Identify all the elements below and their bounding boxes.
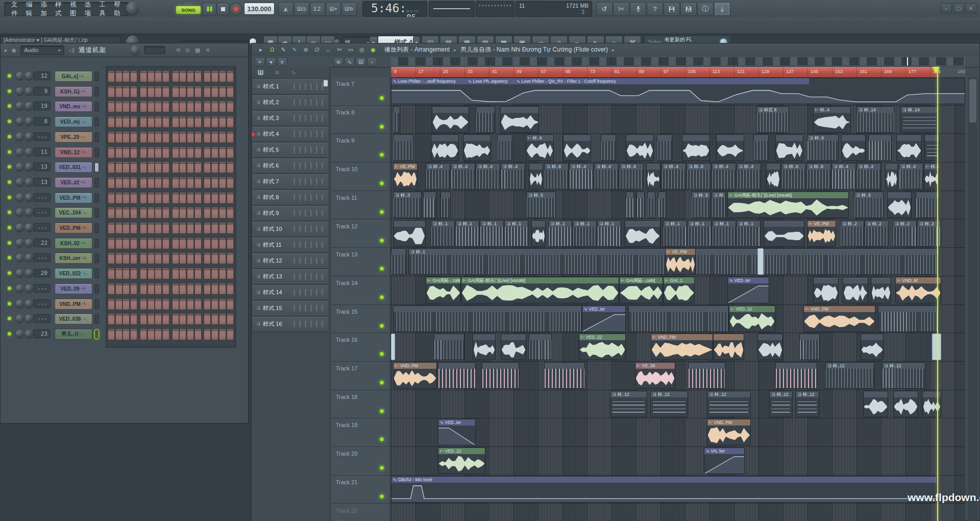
- channel-pan-knob[interactable]: [16, 254, 23, 262]
- channel-selector[interactable]: [94, 284, 99, 294]
- step-cell[interactable]: [194, 328, 202, 340]
- channel-selector[interactable]: [94, 193, 99, 203]
- step-cell[interactable]: [172, 283, 179, 295]
- step-cell[interactable]: [172, 161, 179, 173]
- track-lane[interactable]: [391, 504, 965, 521]
- channel-selector[interactable]: [94, 132, 99, 142]
- track-name[interactable]: Track 11: [336, 195, 357, 201]
- restore-button[interactable]: ▢: [953, 3, 964, 13]
- step-cell[interactable]: [140, 207, 147, 219]
- track-record-led[interactable]: [379, 465, 384, 470]
- clip[interactable]: [813, 277, 839, 303]
- track-lane[interactable]: ∿ VED..ier⊢ VND..PM: [391, 418, 965, 447]
- step-cell[interactable]: [108, 268, 115, 279]
- clip[interactable]: ⊢ VND..PM: [803, 305, 875, 332]
- track-lane[interactable]: ⊢ VND..PM⊢ VE..38ヨ 样..12ヨ 样..12: [391, 362, 965, 390]
- clip[interactable]: ヨ 样..6: [807, 134, 839, 161]
- metronome-icon[interactable]: ◭: [278, 2, 293, 16]
- clip[interactable]: ヨ 样..6: [619, 163, 644, 190]
- clip[interactable]: ヨ 样..1: [455, 220, 479, 247]
- clip[interactable]: [563, 134, 591, 161]
- step-cell[interactable]: [172, 207, 179, 219]
- step-cell[interactable]: [187, 328, 194, 340]
- step-cell[interactable]: [227, 252, 234, 264]
- track-header[interactable]: Track 18⋯: [331, 390, 390, 419]
- channel-pan-knob[interactable]: [16, 148, 23, 156]
- tab-patterns[interactable]: Ш: [258, 69, 263, 76]
- clip[interactable]: ∿ VED..ier: [727, 277, 769, 303]
- step-cell[interactable]: [140, 298, 147, 310]
- track-name[interactable]: Track 17: [336, 365, 357, 371]
- cut-icon[interactable]: ✄: [613, 2, 629, 16]
- channel-mute-led[interactable]: [8, 165, 11, 169]
- clip[interactable]: ⊢ VED..22: [438, 447, 485, 474]
- clip[interactable]: [922, 391, 941, 417]
- step-cell[interactable]: [187, 177, 194, 188]
- step-cell[interactable]: [108, 298, 115, 310]
- clip[interactable]: [393, 134, 413, 161]
- track-record-led[interactable]: [379, 266, 384, 271]
- channel-name-button[interactable]: VND..12: [55, 147, 92, 158]
- track-lane[interactable]: ヨ 样式 8⊢ 样..4ヨ 样..14ヨ 样..14: [391, 106, 965, 134]
- step-cell[interactable]: [172, 101, 179, 112]
- magnet-icon[interactable]: Ω: [267, 45, 277, 54]
- clip[interactable]: ⊢ VND..PM: [393, 362, 437, 389]
- track-record-led[interactable]: [379, 124, 384, 129]
- step-cell[interactable]: [187, 116, 194, 128]
- channel-selector[interactable]: [94, 223, 99, 233]
- step-cell[interactable]: [155, 147, 162, 158]
- step-cell[interactable]: [211, 101, 218, 112]
- step-cell[interactable]: [187, 283, 194, 295]
- clip[interactable]: ヨ 样..2: [840, 220, 864, 247]
- step-cell[interactable]: [148, 328, 155, 340]
- step-cell[interactable]: [219, 313, 226, 325]
- swing-knob[interactable]: [131, 45, 140, 55]
- step-cell[interactable]: [179, 298, 186, 310]
- step-cell[interactable]: [115, 207, 122, 219]
- clip[interactable]: [473, 334, 496, 360]
- clip[interactable]: ヨ 样..4: [476, 163, 500, 190]
- step-cell[interactable]: [140, 192, 147, 204]
- clip[interactable]: [868, 134, 892, 161]
- step-cell[interactable]: [122, 86, 130, 98]
- step-cell[interactable]: [162, 238, 169, 249]
- clip[interactable]: ヨ 样..1: [573, 220, 597, 247]
- channel-pan-knob[interactable]: [16, 330, 23, 338]
- rack-collapse-icon[interactable]: ▸: [5, 47, 8, 54]
- stop-button[interactable]: [217, 3, 229, 15]
- step-cell[interactable]: [204, 328, 211, 340]
- clip[interactable]: ヨ 样..5: [526, 192, 556, 218]
- step-cell[interactable]: [179, 192, 186, 204]
- channel-name-button[interactable]: VED..09: [55, 283, 92, 294]
- channel-name-button[interactable]: GAI..s]: [55, 71, 92, 82]
- step-cell[interactable]: [130, 268, 137, 279]
- step-cell[interactable]: [162, 207, 169, 219]
- clip[interactable]: [657, 134, 672, 161]
- step-cell[interactable]: [211, 252, 218, 264]
- track-lane[interactable]: ヨ 样..3ヨ 样..5ヨ 样..5ヨ 样..7⊢ GAI周延-朝天门(Live…: [391, 191, 965, 220]
- track-name[interactable]: Track 12: [336, 223, 357, 229]
- clip[interactable]: [434, 334, 464, 360]
- clip[interactable]: ⊢ VED..22: [579, 334, 626, 360]
- clip[interactable]: [658, 192, 666, 218]
- step-cell[interactable]: [115, 268, 122, 279]
- step-cell[interactable]: [140, 161, 147, 173]
- clip[interactable]: [393, 220, 426, 247]
- clip[interactable]: ヨ 样..1: [688, 220, 712, 247]
- track-header[interactable]: Track 20⋯: [331, 447, 390, 476]
- import-icon[interactable]: ⤓: [714, 2, 730, 16]
- step-cell[interactable]: [140, 70, 147, 82]
- clip[interactable]: [713, 334, 744, 360]
- step-cell[interactable]: [187, 101, 194, 112]
- channel-selector[interactable]: [94, 87, 99, 97]
- step-cell[interactable]: [194, 101, 202, 112]
- clip[interactable]: [916, 192, 939, 218]
- step-cell[interactable]: [219, 252, 226, 264]
- step-cell[interactable]: [155, 283, 162, 295]
- step-cell[interactable]: [194, 70, 202, 82]
- step-cell[interactable]: [130, 328, 137, 340]
- step-cell[interactable]: [211, 147, 218, 158]
- step-cell[interactable]: [162, 298, 169, 310]
- main-volume-knob[interactable]: [126, 2, 139, 15]
- step-cell[interactable]: [115, 238, 122, 249]
